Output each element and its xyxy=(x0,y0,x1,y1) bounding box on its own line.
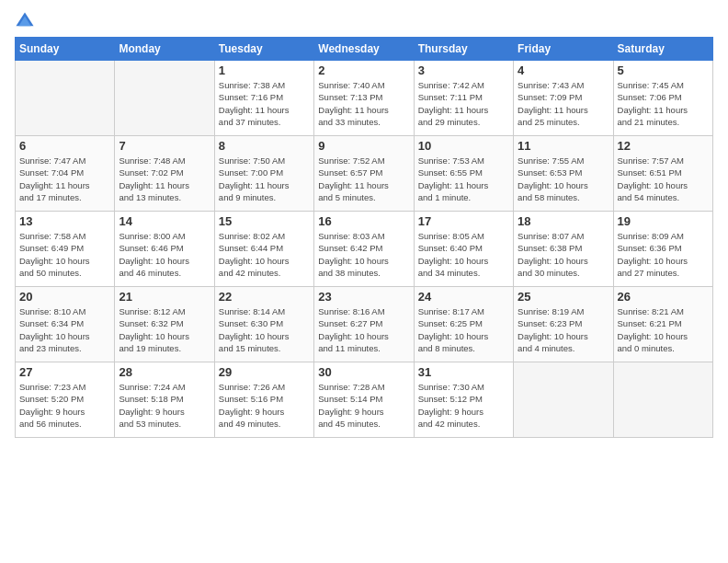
calendar-cell: 6Sunrise: 7:47 AM Sunset: 7:04 PM Daylig… xyxy=(16,136,115,212)
day-detail: Sunrise: 8:16 AM Sunset: 6:27 PM Dayligh… xyxy=(318,305,409,354)
day-detail: Sunrise: 7:55 AM Sunset: 6:53 PM Dayligh… xyxy=(518,155,609,203)
weekday-header: Wednesday xyxy=(314,38,414,61)
day-detail: Sunrise: 7:38 AM Sunset: 7:16 PM Dayligh… xyxy=(219,79,310,128)
calendar-cell: 8Sunrise: 7:50 AM Sunset: 7:00 PM Daylig… xyxy=(214,136,313,212)
calendar-cell: 9Sunrise: 7:52 AM Sunset: 6:57 PM Daylig… xyxy=(314,136,414,212)
calendar-cell: 10Sunrise: 7:53 AM Sunset: 6:55 PM Dayli… xyxy=(414,136,513,212)
day-detail: Sunrise: 7:50 AM Sunset: 7:00 PM Dayligh… xyxy=(219,155,310,203)
day-detail: Sunrise: 7:45 AM Sunset: 7:06 PM Dayligh… xyxy=(618,79,709,128)
day-number: 29 xyxy=(219,365,310,379)
calendar-cell: 14Sunrise: 8:00 AM Sunset: 6:46 PM Dayli… xyxy=(115,212,214,287)
logo xyxy=(15,11,39,31)
day-number: 1 xyxy=(219,63,310,77)
weekday-header: Sunday xyxy=(16,38,115,61)
day-number: 14 xyxy=(119,214,210,228)
day-number: 12 xyxy=(618,139,709,153)
calendar-cell: 3Sunrise: 7:42 AM Sunset: 7:11 PM Daylig… xyxy=(414,61,513,136)
day-number: 7 xyxy=(119,139,210,153)
calendar-cell: 13Sunrise: 7:58 AM Sunset: 6:49 PM Dayli… xyxy=(16,212,115,287)
day-number: 15 xyxy=(219,214,310,228)
day-detail: Sunrise: 7:23 AM Sunset: 5:20 PM Dayligh… xyxy=(19,381,110,430)
calendar-week-row: 13Sunrise: 7:58 AM Sunset: 6:49 PM Dayli… xyxy=(16,212,713,287)
weekday-header: Monday xyxy=(115,38,214,61)
day-number: 16 xyxy=(318,214,409,228)
day-number: 3 xyxy=(418,63,509,77)
day-number: 17 xyxy=(418,214,509,228)
calendar-cell: 29Sunrise: 7:26 AM Sunset: 5:16 PM Dayli… xyxy=(214,362,313,438)
day-detail: Sunrise: 8:10 AM Sunset: 6:34 PM Dayligh… xyxy=(19,305,110,354)
day-detail: Sunrise: 8:21 AM Sunset: 6:21 PM Dayligh… xyxy=(618,305,709,354)
calendar-table: SundayMondayTuesdayWednesdayThursdayFrid… xyxy=(15,37,713,438)
day-detail: Sunrise: 7:43 AM Sunset: 7:09 PM Dayligh… xyxy=(518,79,609,128)
calendar-week-row: 6Sunrise: 7:47 AM Sunset: 7:04 PM Daylig… xyxy=(16,136,713,212)
calendar-cell: 22Sunrise: 8:14 AM Sunset: 6:30 PM Dayli… xyxy=(214,287,313,362)
day-number: 2 xyxy=(318,63,409,77)
day-number: 11 xyxy=(518,139,609,153)
day-detail: Sunrise: 7:40 AM Sunset: 7:13 PM Dayligh… xyxy=(318,79,409,128)
day-detail: Sunrise: 7:47 AM Sunset: 7:04 PM Dayligh… xyxy=(19,155,110,203)
calendar-cell xyxy=(613,362,712,438)
calendar-cell: 7Sunrise: 7:48 AM Sunset: 7:02 PM Daylig… xyxy=(115,136,214,212)
day-detail: Sunrise: 7:26 AM Sunset: 5:16 PM Dayligh… xyxy=(219,381,310,430)
day-detail: Sunrise: 8:14 AM Sunset: 6:30 PM Dayligh… xyxy=(219,305,310,354)
day-number: 24 xyxy=(418,290,509,304)
weekday-header: Friday xyxy=(514,38,613,61)
day-number: 9 xyxy=(318,139,409,153)
day-number: 28 xyxy=(119,365,210,379)
day-number: 8 xyxy=(219,139,310,153)
calendar-cell: 5Sunrise: 7:45 AM Sunset: 7:06 PM Daylig… xyxy=(613,61,712,136)
calendar-cell: 12Sunrise: 7:57 AM Sunset: 6:51 PM Dayli… xyxy=(613,136,712,212)
calendar-week-row: 27Sunrise: 7:23 AM Sunset: 5:20 PM Dayli… xyxy=(16,362,713,438)
calendar-cell: 2Sunrise: 7:40 AM Sunset: 7:13 PM Daylig… xyxy=(314,61,414,136)
weekday-header-row: SundayMondayTuesdayWednesdayThursdayFrid… xyxy=(16,38,713,61)
day-detail: Sunrise: 7:58 AM Sunset: 6:49 PM Dayligh… xyxy=(19,230,110,279)
day-number: 22 xyxy=(219,290,310,304)
calendar-cell: 27Sunrise: 7:23 AM Sunset: 5:20 PM Dayli… xyxy=(16,362,115,438)
day-number: 10 xyxy=(418,139,509,153)
calendar-cell: 26Sunrise: 8:21 AM Sunset: 6:21 PM Dayli… xyxy=(613,287,712,362)
day-number: 21 xyxy=(119,290,210,304)
calendar-cell: 31Sunrise: 7:30 AM Sunset: 5:12 PM Dayli… xyxy=(414,362,513,438)
day-detail: Sunrise: 8:17 AM Sunset: 6:25 PM Dayligh… xyxy=(418,305,509,354)
day-detail: Sunrise: 7:42 AM Sunset: 7:11 PM Dayligh… xyxy=(418,79,509,128)
day-detail: Sunrise: 7:30 AM Sunset: 5:12 PM Dayligh… xyxy=(418,381,509,430)
day-detail: Sunrise: 8:00 AM Sunset: 6:46 PM Dayligh… xyxy=(119,230,210,279)
day-number: 25 xyxy=(518,290,609,304)
day-number: 6 xyxy=(19,139,110,153)
calendar-cell: 19Sunrise: 8:09 AM Sunset: 6:36 PM Dayli… xyxy=(613,212,712,287)
day-number: 30 xyxy=(318,365,409,379)
day-number: 5 xyxy=(618,63,709,77)
calendar-cell xyxy=(16,61,115,136)
day-detail: Sunrise: 7:52 AM Sunset: 6:57 PM Dayligh… xyxy=(318,155,409,203)
day-detail: Sunrise: 7:53 AM Sunset: 6:55 PM Dayligh… xyxy=(418,155,509,203)
day-number: 23 xyxy=(318,290,409,304)
calendar-cell: 20Sunrise: 8:10 AM Sunset: 6:34 PM Dayli… xyxy=(16,287,115,362)
calendar-cell: 30Sunrise: 7:28 AM Sunset: 5:14 PM Dayli… xyxy=(314,362,414,438)
day-detail: Sunrise: 8:03 AM Sunset: 6:42 PM Dayligh… xyxy=(318,230,409,279)
calendar-cell: 17Sunrise: 8:05 AM Sunset: 6:40 PM Dayli… xyxy=(414,212,513,287)
day-detail: Sunrise: 7:28 AM Sunset: 5:14 PM Dayligh… xyxy=(318,381,409,430)
calendar-cell xyxy=(514,362,613,438)
calendar-cell: 15Sunrise: 8:02 AM Sunset: 6:44 PM Dayli… xyxy=(214,212,313,287)
calendar-cell: 21Sunrise: 8:12 AM Sunset: 6:32 PM Dayli… xyxy=(115,287,214,362)
day-detail: Sunrise: 8:09 AM Sunset: 6:36 PM Dayligh… xyxy=(618,230,709,279)
calendar-cell: 16Sunrise: 8:03 AM Sunset: 6:42 PM Dayli… xyxy=(314,212,414,287)
calendar-week-row: 20Sunrise: 8:10 AM Sunset: 6:34 PM Dayli… xyxy=(16,287,713,362)
calendar-cell: 4Sunrise: 7:43 AM Sunset: 7:09 PM Daylig… xyxy=(514,61,613,136)
day-detail: Sunrise: 8:02 AM Sunset: 6:44 PM Dayligh… xyxy=(219,230,310,279)
logo-icon xyxy=(15,11,35,31)
day-number: 4 xyxy=(518,63,609,77)
day-detail: Sunrise: 7:24 AM Sunset: 5:18 PM Dayligh… xyxy=(119,381,210,430)
day-number: 20 xyxy=(19,290,110,304)
page: SundayMondayTuesdayWednesdayThursdayFrid… xyxy=(0,0,728,445)
calendar-cell: 1Sunrise: 7:38 AM Sunset: 7:16 PM Daylig… xyxy=(214,61,313,136)
day-number: 31 xyxy=(418,365,509,379)
day-detail: Sunrise: 8:05 AM Sunset: 6:40 PM Dayligh… xyxy=(418,230,509,279)
calendar-cell: 18Sunrise: 8:07 AM Sunset: 6:38 PM Dayli… xyxy=(514,212,613,287)
day-detail: Sunrise: 7:48 AM Sunset: 7:02 PM Dayligh… xyxy=(119,155,210,203)
calendar-week-row: 1Sunrise: 7:38 AM Sunset: 7:16 PM Daylig… xyxy=(16,61,713,136)
calendar-cell: 11Sunrise: 7:55 AM Sunset: 6:53 PM Dayli… xyxy=(514,136,613,212)
calendar-cell: 28Sunrise: 7:24 AM Sunset: 5:18 PM Dayli… xyxy=(115,362,214,438)
weekday-header: Saturday xyxy=(613,38,712,61)
header xyxy=(15,11,713,31)
